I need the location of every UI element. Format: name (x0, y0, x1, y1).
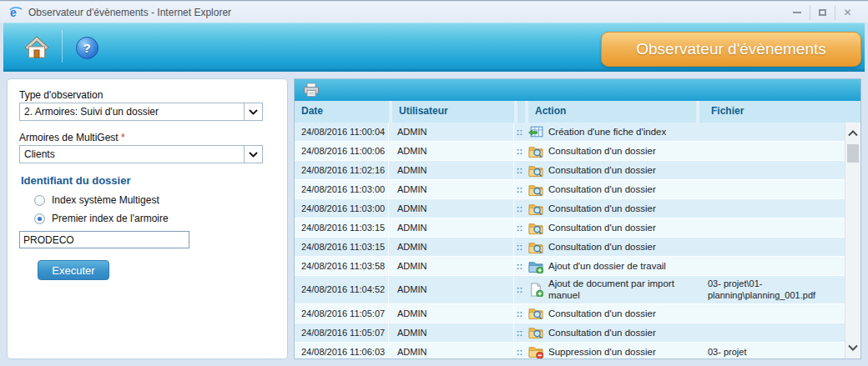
cell-action: Consultation d'un dossier (525, 218, 696, 237)
action-text: Consultation d'un dossier (548, 241, 656, 253)
cell-action: Consultation d'un dossier (525, 142, 696, 160)
restore-icon[interactable] (810, 5, 835, 20)
row-details-link[interactable]: :: (514, 257, 525, 275)
cell-action: Ajout de document par import manuel (525, 276, 696, 303)
table-row: 24/08/2016 11:03:00 ADMIN :: Consultatio… (295, 180, 845, 199)
scrollbar-thumb[interactable] (847, 144, 859, 163)
observation-form-panel: Type d'observation 2. Armoires: Suivi d'… (7, 78, 288, 359)
column-header-utilisateur: Utilisateur (389, 101, 514, 123)
armoires-label: Armoires de MultiGest * (19, 132, 275, 143)
cell-date: 24/08/2016 11:05:07 (295, 304, 389, 323)
required-asterisk: * (121, 132, 125, 143)
row-details-link[interactable]: :: (514, 180, 525, 198)
row-details-link[interactable]: :: (514, 161, 525, 179)
events-panel: Date Utilisateur Action Fichier 24/08/20… (294, 78, 861, 359)
title-bar: e Observateur d'évènements - Internet Ex… (0, 2, 868, 23)
action-text: Ajout d'un dossier de travail (548, 260, 666, 272)
type-observation-label: Type d'observation (19, 89, 275, 101)
type-observation-select[interactable]: 2. Armoires: Suivi d'un dossier (19, 103, 263, 121)
app-title: Observateur d'évènements (636, 40, 826, 58)
window-title: Observateur d'évènements - Internet Expl… (28, 7, 231, 18)
cell-user: ADMIN (389, 199, 514, 218)
cell-file (696, 257, 845, 275)
document-import-icon (528, 283, 543, 297)
folder-search-icon (528, 202, 543, 216)
scroll-up-icon[interactable] (845, 126, 860, 141)
radio-premier-index[interactable]: Premier index de l'armoire (34, 213, 275, 224)
cell-file: 03- projet\01-planning\planning_001.pdf (696, 276, 845, 303)
cell-user: ADMIN (389, 161, 514, 179)
column-header-action: Action (525, 101, 696, 123)
cell-user: ADMIN (389, 304, 514, 323)
cell-date: 24/08/2016 11:00:06 (295, 142, 389, 160)
scroll-down-icon[interactable] (845, 340, 860, 355)
folder-search-icon (528, 306, 543, 320)
radio-premier-index-label: Premier index de l'armoire (52, 213, 169, 224)
table-row: 24/08/2016 11:03:15 ADMIN :: Consultatio… (295, 238, 845, 257)
cell-action: Consultation d'un dossier (525, 199, 696, 218)
cell-file (696, 323, 845, 342)
table-row: 24/08/2016 11:02:16 ADMIN :: Consultatio… (295, 161, 845, 180)
action-text: Consultation d'un dossier (548, 308, 656, 319)
minimize-icon[interactable] (785, 5, 810, 20)
action-text: Consultation d'un dossier (548, 183, 656, 195)
table-row: 24/08/2016 11:03:00 ADMIN :: Consultatio… (295, 199, 845, 218)
table-row: 24/08/2016 11:00:04 ADMIN :: Création d'… (295, 123, 845, 142)
column-header-spacer (514, 101, 525, 123)
application-window: e Observateur d'évènements - Internet Ex… (0, 0, 868, 366)
cell-user: ADMIN (389, 123, 514, 141)
cell-date: 24/08/2016 11:06:03 (295, 343, 389, 358)
close-icon[interactable]: ✕ (835, 5, 860, 20)
cell-user: ADMIN (389, 180, 514, 198)
cell-date: 24/08/2016 11:03:00 (295, 180, 389, 198)
armoires-select[interactable]: Clients (19, 145, 263, 163)
cell-user: ADMIN (389, 257, 514, 275)
row-details-link[interactable]: :: (514, 304, 525, 323)
cell-action: Suppression d'un dossier (525, 343, 696, 358)
cell-date: 24/08/2016 11:03:15 (295, 218, 389, 237)
identifiant-heading: Identifiant du dossier (21, 174, 275, 187)
cell-date: 24/08/2016 11:03:15 (295, 238, 389, 256)
row-details-link[interactable]: :: (514, 343, 525, 358)
table-row: 24/08/2016 11:05:07 ADMIN :: Consultatio… (295, 323, 845, 343)
cell-date: 24/08/2016 11:00:04 (295, 123, 389, 141)
folder-search-icon (528, 325, 543, 339)
cell-file (696, 180, 845, 198)
home-icon[interactable] (22, 33, 52, 63)
radio-index-systeme-label: Index système Multigest (52, 194, 159, 206)
execute-button[interactable]: Executer (38, 260, 109, 280)
table-row: 24/08/2016 11:05:07 ADMIN :: Consultatio… (295, 304, 845, 323)
row-details-link[interactable]: :: (514, 238, 525, 256)
cell-file: 03- projet (696, 343, 845, 358)
header-divider (62, 30, 63, 63)
row-details-link[interactable]: :: (514, 199, 525, 218)
vertical-scrollbar[interactable] (845, 123, 860, 358)
row-details-link[interactable]: :: (514, 123, 525, 141)
table-toolbar (295, 79, 860, 101)
print-icon[interactable] (301, 81, 321, 99)
row-details-link[interactable]: :: (514, 323, 525, 342)
radio-button-selected-icon (34, 213, 45, 224)
cell-action: Consultation d'un dossier (525, 238, 696, 256)
table-header-row: Date Utilisateur Action Fichier (295, 101, 860, 123)
radio-index-systeme[interactable]: Index système Multigest (34, 194, 275, 206)
cell-user: ADMIN (389, 218, 514, 237)
cell-date: 24/08/2016 11:02:16 (295, 161, 389, 179)
row-details-link[interactable]: :: (514, 142, 525, 160)
cell-action: Consultation d'un dossier (525, 323, 696, 342)
app-title-banner-button[interactable]: Observateur d'évènements (601, 32, 861, 67)
cell-date: 24/08/2016 11:03:58 (295, 257, 389, 275)
armoires-value: Clients (20, 148, 244, 160)
chevron-down-icon (244, 146, 262, 163)
row-details-link[interactable]: :: (514, 218, 525, 237)
row-details-link[interactable]: :: (514, 276, 525, 303)
folder-delete-icon (528, 344, 543, 358)
dossier-id-input[interactable] (19, 231, 189, 248)
column-header-date: Date (295, 101, 389, 123)
action-text: Consultation d'un dossier (548, 145, 656, 157)
index-card-create-icon (528, 125, 543, 139)
action-text: Création d'une fiche d'index (548, 126, 666, 138)
help-icon[interactable]: ? (72, 33, 102, 63)
cell-file (696, 238, 845, 256)
table-row: 24/08/2016 11:00:06 ADMIN :: Consultatio… (295, 142, 845, 161)
